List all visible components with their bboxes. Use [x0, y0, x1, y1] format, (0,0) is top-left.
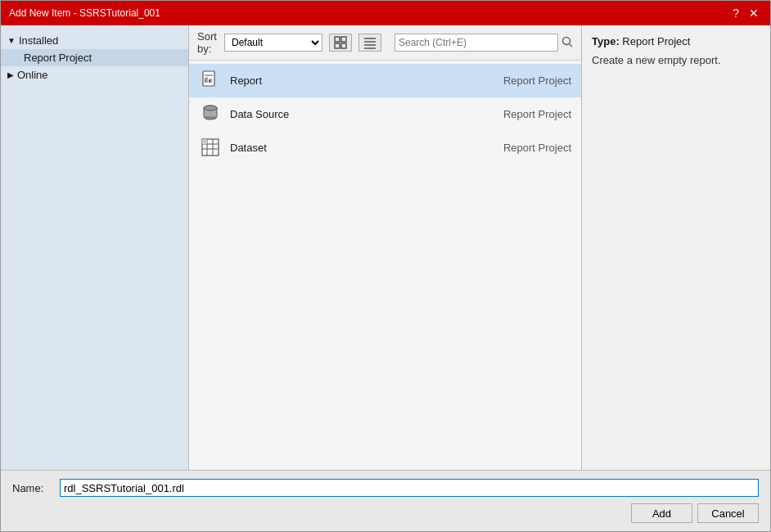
action-buttons: Add Cancel: [12, 503, 759, 523]
name-input[interactable]: [60, 479, 759, 497]
dialog-title: Add New Item - SSRSTutorial_001: [9, 7, 160, 19]
item-name: Data Source: [230, 108, 503, 120]
svg-rect-26: [202, 139, 207, 144]
items-list: Report Report Project: [189, 61, 581, 470]
installed-label: Installed: [19, 34, 58, 47]
cancel-button[interactable]: Cancel: [697, 503, 759, 523]
installed-arrow: ▼: [7, 36, 16, 45]
item-category: Report Project: [503, 108, 571, 120]
list-item[interactable]: Dataset Report Project: [189, 131, 581, 165]
svg-line-9: [570, 43, 573, 47]
sort-select[interactable]: Default Name Type: [224, 34, 322, 52]
dataset-icon: [199, 136, 222, 159]
svg-rect-2: [335, 43, 340, 48]
sort-label: Sort by:: [197, 30, 218, 55]
title-bar-controls: ? ✕: [729, 7, 762, 19]
online-tree-item[interactable]: ▶ Online: [1, 66, 188, 83]
type-value: Report Project: [622, 35, 690, 47]
add-button[interactable]: Add: [631, 503, 692, 523]
svg-rect-3: [341, 43, 346, 48]
search-box: [395, 34, 573, 52]
name-row: Name:: [12, 479, 759, 497]
svg-point-20: [204, 106, 217, 110]
type-description: Create a new empty report.: [592, 54, 760, 66]
svg-rect-1: [341, 37, 346, 42]
item-category: Report Project: [503, 74, 571, 87]
close-button[interactable]: ✕: [746, 7, 762, 19]
title-bar: Add New Item - SSRSTutorial_001 ? ✕: [1, 1, 770, 25]
datasource-cylinder-icon: [201, 104, 219, 124]
item-name: Report: [230, 74, 503, 87]
list-item[interactable]: Report Report Project: [189, 64, 581, 97]
item-name: Dataset: [230, 142, 503, 154]
dataset-grid-icon: [201, 138, 220, 157]
report-icon: [199, 69, 222, 92]
report-file-icon: [201, 70, 220, 90]
svg-point-8: [563, 37, 570, 44]
svg-rect-14: [206, 77, 208, 83]
report-project-tree-item[interactable]: Report Project: [1, 49, 188, 66]
search-icon: [561, 36, 573, 47]
list-view-button[interactable]: [358, 34, 381, 52]
bottom-bar: Name: Add Cancel: [1, 470, 770, 531]
datasource-icon: [199, 102, 222, 125]
search-button[interactable]: [561, 36, 573, 50]
type-info: Type: Report Project: [592, 35, 760, 47]
help-button[interactable]: ?: [729, 7, 742, 19]
list-view-icon: [363, 36, 376, 49]
online-arrow: ▶: [7, 70, 14, 79]
online-label: Online: [17, 69, 48, 81]
center-panel: Sort by: Default Name Type: [189, 25, 582, 470]
installed-tree-item[interactable]: ▼ Installed: [1, 32, 188, 49]
dialog-body: ▼ Installed Report Project ▶ Online Sort…: [1, 25, 770, 531]
type-label: Type:: [592, 35, 620, 47]
svg-rect-0: [335, 37, 340, 42]
name-label: Name:: [12, 482, 53, 494]
svg-rect-15: [210, 79, 212, 83]
left-panel: ▼ Installed Report Project ▶ Online: [1, 25, 189, 470]
list-item[interactable]: Data Source Report Project: [189, 97, 581, 131]
grid-view-icon: [334, 36, 347, 49]
dialog: Add New Item - SSRSTutorial_001 ? ✕ ▼ In…: [0, 0, 771, 532]
right-panel: Type: Report Project Create a new empty …: [582, 25, 770, 470]
grid-view-button[interactable]: [329, 34, 352, 52]
toolbar: Sort by: Default Name Type: [189, 25, 581, 61]
search-input[interactable]: [395, 34, 558, 52]
report-project-label: Report Project: [24, 52, 92, 64]
main-content: ▼ Installed Report Project ▶ Online Sort…: [1, 25, 770, 470]
item-category: Report Project: [503, 142, 571, 154]
